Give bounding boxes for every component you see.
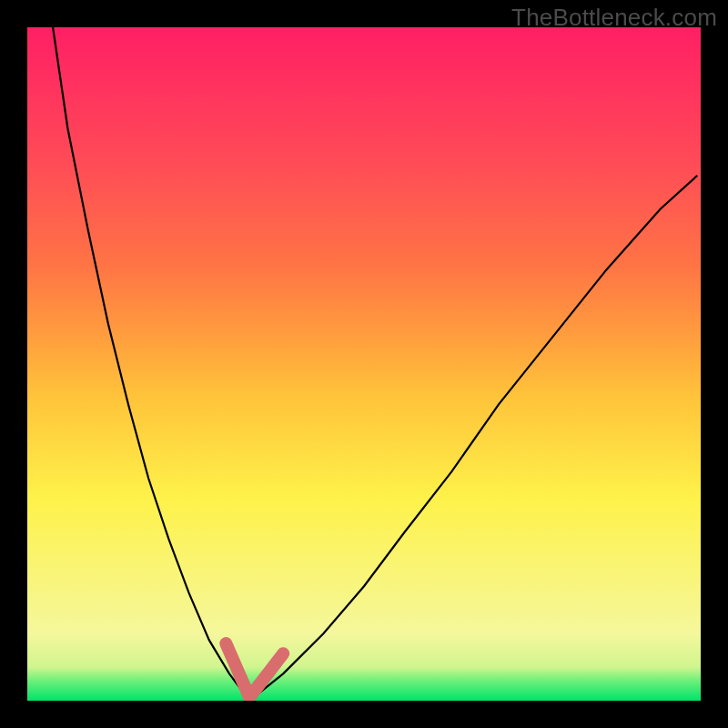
curve-layer	[27, 27, 701, 701]
v-marker	[226, 643, 283, 697]
right-curve	[249, 176, 697, 701]
chart-frame: TheBottleneck.com	[0, 0, 728, 728]
left-curve	[53, 27, 249, 701]
plot-area	[27, 27, 701, 701]
